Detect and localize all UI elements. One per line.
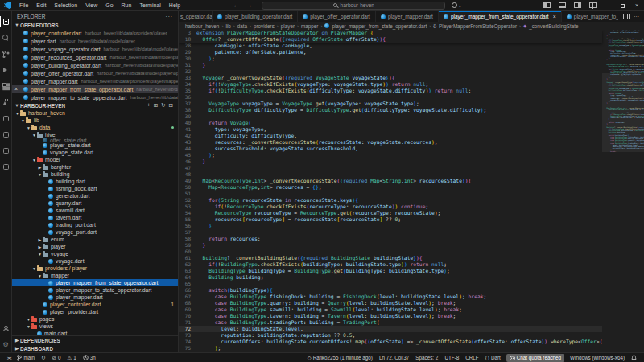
code-line-54[interactable]: 54 RecourceType recourceType = RecourceT… bbox=[179, 210, 602, 216]
open-editor-item[interactable]: player.dartharbour_heven\lib\data\model\… bbox=[12, 37, 178, 45]
code-line-30[interactable]: 30 ); bbox=[179, 56, 602, 62]
tree-file-player_mapper_to_state_opperator.dart[interactable]: player_mapper_to_state_opperator.dart bbox=[12, 286, 178, 294]
copilot-titlebar-button[interactable]: ⌄ bbox=[452, 2, 461, 8]
status-time-tracker[interactable]: 3h bbox=[80, 353, 99, 362]
status-git-blame[interactable]: ◇Rafiko2255 (1 minute ago) bbox=[304, 353, 376, 362]
open-editor-item[interactable]: player_offer_operator.dartharbour_heven\… bbox=[12, 69, 178, 77]
breadcrumb-item[interactable]: providers bbox=[254, 23, 275, 29]
activity-extension-icon-2[interactable] bbox=[0, 126, 12, 142]
status-target-platform[interactable]: Windows (windows-x64) bbox=[567, 353, 628, 362]
open-editors-header[interactable]: ▼ OPEN EDITORS bbox=[12, 21, 178, 29]
status-encoding[interactable]: UTF-8 bbox=[441, 353, 462, 362]
breadcrumb-item[interactable]: player_mapper_from_state_opperator.dart bbox=[332, 23, 427, 29]
tree-folder-barghter[interactable]: ▶barghter bbox=[12, 163, 178, 171]
more-actions-icon[interactable]: ⋯ bbox=[634, 14, 639, 20]
code-line-51[interactable]: 51 bbox=[179, 191, 602, 197]
menu-help[interactable]: Help bbox=[165, 0, 184, 11]
code-line-41[interactable]: 41 type: voyageType, bbox=[179, 126, 602, 133]
code-line-44[interactable]: 44 successThreshold: voyageState.success… bbox=[179, 146, 602, 152]
breadcrumb-item[interactable]: player bbox=[281, 23, 295, 29]
code-line-75[interactable]: 75 ); bbox=[179, 345, 602, 352]
code-line-57[interactable]: 57 bbox=[179, 229, 602, 236]
code-line-63[interactable]: 63 BuildingType buildingType = BuildingT… bbox=[179, 268, 602, 274]
open-editor-item[interactable]: player_voyage_operator.dartharbour_heven… bbox=[12, 45, 178, 53]
code-line-37[interactable]: 37 VoyageType voyageType = VoyageType.ge… bbox=[179, 101, 602, 107]
code-line-36[interactable]: 36 bbox=[179, 94, 602, 101]
code-line-45[interactable]: 45 ); bbox=[179, 152, 602, 158]
code-line-29[interactable]: 29 patience: offerState.patience, bbox=[179, 49, 602, 56]
restore-button[interactable] bbox=[615, 0, 630, 11]
nav-forward-icon[interactable]: → bbox=[246, 2, 252, 9]
code-line-43[interactable]: 43 recources: _convertRecourcesState(rec… bbox=[179, 139, 602, 146]
tree-file-quarry.dart[interactable]: quarry.dart bbox=[12, 200, 178, 207]
sidebar-more-icon[interactable]: ··· bbox=[166, 14, 174, 19]
tree-folder-building[interactable]: ▼building bbox=[12, 171, 178, 178]
menu-terminal[interactable]: Terminal bbox=[135, 0, 164, 11]
code-line-59[interactable]: 59 } bbox=[179, 242, 602, 249]
activity-extension-icon-4[interactable] bbox=[0, 158, 12, 175]
tree-file-player_controller.dart[interactable]: player_controller.dart1 bbox=[12, 301, 178, 308]
breadcrumb-item[interactable]: _convertBuildingState bbox=[529, 23, 578, 29]
code-line-46[interactable]: 46 } bbox=[179, 158, 602, 165]
open-editor-item[interactable]: player_controller.dartharbour_heven\lib\… bbox=[12, 29, 178, 37]
status-git-branch[interactable]: main bbox=[14, 353, 38, 362]
tree-file-player_mapper.dart[interactable]: player_mapper.dart bbox=[12, 294, 178, 301]
code-line-71[interactable]: 71 case BuildingType.tradingPort: buildi… bbox=[179, 319, 602, 326]
code-line-28[interactable]: 28 canHaggle: offerState.canHaggle, bbox=[179, 43, 602, 49]
menu-edit[interactable]: Edit bbox=[32, 0, 50, 11]
code-line-53[interactable]: 53 if(!RecourceType.checkIfExists(recour… bbox=[179, 204, 602, 210]
code-line-39[interactable]: 39 bbox=[179, 113, 602, 120]
tab-player_mapper_to_state_opperator.dart[interactable]: player_mapper_to_state_opperator.dart bbox=[562, 11, 618, 22]
status-eol[interactable]: CRLF bbox=[462, 353, 481, 362]
tab-s_operator.dart[interactable]: s_operator.dart bbox=[179, 11, 213, 22]
status-cursor-position[interactable]: Ln 72, Col 37 bbox=[376, 353, 412, 362]
code-line-69[interactable]: 69 case BuildingType.sawmill: building =… bbox=[179, 306, 602, 313]
close-button[interactable]: × bbox=[630, 0, 644, 11]
status-sync-changes[interactable]: ↻ bbox=[38, 353, 48, 362]
open-editor-item[interactable]: player_building_operator.dartharbour_hev… bbox=[12, 61, 178, 69]
tree-folder-data[interactable]: ▼data bbox=[12, 124, 178, 131]
code-line-18[interactable]: 18 Offer? _convertOfferState({required O… bbox=[179, 36, 602, 43]
dependencies-header[interactable]: ▶ DEPENDENCIES bbox=[12, 336, 178, 344]
code-line-47[interactable]: 47 bbox=[179, 165, 602, 171]
code-line-64[interactable]: 64 Building building; bbox=[179, 274, 602, 281]
status-copilot-status[interactable]: Chat quota reached bbox=[506, 354, 564, 362]
activity-account-icon[interactable] bbox=[0, 320, 12, 336]
tree-file-player_mapper_from_state_opperator.dart[interactable]: player_mapper_from_state_opperator.dart bbox=[12, 279, 178, 286]
code-line-66[interactable]: 66 switch(buildingType){ bbox=[179, 287, 602, 294]
status-language-mode[interactable]: { }Dart bbox=[482, 353, 504, 362]
status-problems-errors[interactable]: ⊘0 bbox=[49, 353, 64, 362]
code-line-55[interactable]: 55 recources[recourceType] = recourcesSt… bbox=[179, 216, 602, 223]
code-lines[interactable]: 28 canHaggle: offerState.canHaggle,29 pa… bbox=[179, 43, 602, 352]
tree-folder-model[interactable]: ▼model bbox=[12, 156, 178, 163]
code-line-60[interactable]: 60 bbox=[179, 249, 602, 255]
activity-extensions-icon[interactable] bbox=[0, 78, 12, 94]
code-line-68[interactable]: 68 case BuildingType.quarry: building = … bbox=[179, 300, 602, 306]
code-line-35[interactable]: 35 if(!DifficultyType.checkIfExists(diff… bbox=[179, 88, 602, 94]
dashboard-header[interactable]: ▶ DASHBOARD bbox=[12, 344, 178, 352]
code-line-33[interactable]: 33 Voyage? _convertVoyagState({required … bbox=[179, 75, 602, 81]
activity-testing-icon[interactable] bbox=[0, 94, 12, 110]
open-editor-item[interactable]: ×player_mapper_from_state_opperator.dart… bbox=[12, 85, 178, 93]
new-folder-icon[interactable]: ⊞ bbox=[154, 102, 158, 109]
code-line-3[interactable]: 3extension PlayerMapperFromStateOpperato… bbox=[179, 30, 602, 36]
tree-file-tavern.dart[interactable]: tavern.dart bbox=[12, 214, 178, 221]
tree-file-building.dart[interactable]: building.dart bbox=[12, 178, 178, 185]
activity-settings-gear-icon[interactable]: ⚙ bbox=[0, 336, 12, 352]
open-editor-item[interactable]: player_mapper.dartharbour_heven\lib\data… bbox=[12, 77, 178, 85]
minimap-slider[interactable] bbox=[602, 73, 644, 152]
code-line-52[interactable]: 52 for(String recourceState in recources… bbox=[179, 197, 602, 204]
menu-run[interactable]: Run bbox=[118, 0, 136, 11]
open-editor-item[interactable]: player_recources_operator.dartharbour_he… bbox=[12, 53, 178, 61]
customize-layout-icon[interactable] bbox=[589, 2, 597, 8]
activity-run-debug-icon[interactable] bbox=[0, 62, 12, 78]
code-line-56[interactable]: 56 } bbox=[179, 223, 602, 229]
activity-search-icon[interactable] bbox=[0, 30, 12, 46]
activity-extension-icon-3[interactable] bbox=[0, 142, 12, 158]
menu-go[interactable]: Go bbox=[101, 0, 117, 11]
project-header[interactable]: ▼ HARBOUR-HEVEN +⊞↻⊟ bbox=[12, 101, 178, 109]
breadcrumb-item[interactable]: mapper bbox=[301, 23, 318, 29]
activity-extension-icon-1[interactable] bbox=[0, 110, 12, 126]
minimize-button[interactable]: – bbox=[601, 0, 615, 11]
status-problems-warnings[interactable]: ⚠1 bbox=[64, 353, 80, 362]
